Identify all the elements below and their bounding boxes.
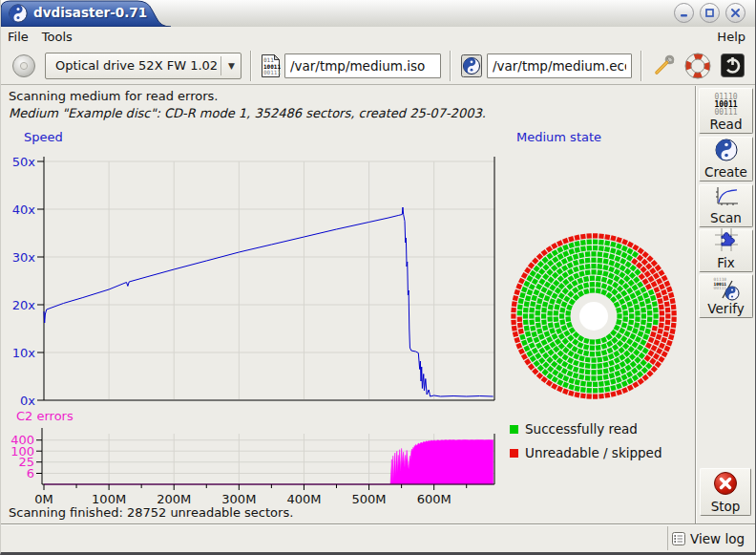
preferences-wrench-icon[interactable] bbox=[651, 53, 676, 78]
log-list-icon bbox=[671, 531, 686, 546]
legend-swatch-unreadable bbox=[510, 449, 518, 458]
svg-text:400M: 400M bbox=[286, 492, 321, 506]
status-line-primary: Scanning medium for read errors. bbox=[9, 89, 218, 103]
legend-item-read: Successfully read bbox=[510, 421, 638, 437]
menubar: File Tools Help bbox=[1, 27, 755, 47]
statusbar: View log bbox=[1, 523, 755, 553]
close-button[interactable] bbox=[725, 3, 746, 23]
toolbar-separator bbox=[640, 51, 642, 81]
window-title: dvdisaster-0.71 bbox=[33, 0, 147, 26]
viewlog-area: View log bbox=[667, 526, 752, 550]
create-button[interactable]: Create bbox=[699, 137, 753, 181]
svg-text:6: 6 bbox=[27, 466, 34, 480]
toolbar: Optical drive 52X FW 1.02 ▼ 011 10011 00… bbox=[1, 47, 755, 85]
create-button-label: Create bbox=[704, 164, 747, 180]
fix-puzzle-icon bbox=[714, 227, 739, 255]
iso-file-icon: 011 10011 00111 bbox=[261, 53, 281, 78]
charts-canvas: 0x10x20x30x40x50x4001002560M100M200M300M… bbox=[1, 124, 695, 523]
svg-text:00111: 00111 bbox=[263, 69, 281, 75]
create-yinyang-icon bbox=[715, 139, 738, 164]
svg-text:300M: 300M bbox=[221, 492, 256, 506]
app-window: dvdisaster-0.71 File Tools Help bbox=[0, 0, 756, 555]
titlebar[interactable]: dvdisaster-0.71 bbox=[1, 0, 755, 28]
iso-path-input[interactable] bbox=[284, 53, 441, 78]
status-line-medium-info: Medium "Example disc": CD-R mode 1, 3524… bbox=[9, 106, 486, 120]
legend-label-read: Successfully read bbox=[525, 421, 638, 437]
svg-text:100M: 100M bbox=[92, 492, 126, 506]
scan-button[interactable]: Scan bbox=[699, 184, 753, 227]
legend-swatch-read bbox=[510, 425, 518, 434]
app-logo-icon bbox=[9, 4, 28, 23]
svg-text:10x: 10x bbox=[12, 346, 36, 360]
stop-icon bbox=[713, 471, 738, 499]
svg-text:20x: 20x bbox=[12, 298, 36, 312]
quit-power-icon[interactable] bbox=[720, 53, 746, 78]
svg-text:600M: 600M bbox=[417, 492, 452, 506]
help-lifebuoy-icon[interactable] bbox=[684, 53, 711, 79]
scan-chart-icon bbox=[714, 186, 739, 210]
fix-button-label: Fix bbox=[717, 255, 735, 270]
verify-icon: 01110 10011 00111 bbox=[712, 278, 741, 301]
ecc-path-input[interactable] bbox=[487, 53, 632, 78]
toolbar-separator bbox=[450, 51, 452, 81]
drive-select-value: Optical drive 52X FW 1.02 bbox=[55, 58, 218, 73]
chevron-down-icon: ▼ bbox=[228, 61, 235, 71]
fix-button[interactable]: Fix bbox=[699, 229, 753, 272]
toolbar-separator bbox=[250, 51, 252, 81]
menu-tools[interactable]: Tools bbox=[35, 29, 79, 45]
menu-help[interactable]: Help bbox=[710, 29, 755, 45]
legend-label-unreadable: Unreadable / skipped bbox=[525, 445, 662, 460]
read-button[interactable]: 01110 10011 00111 Read bbox=[699, 88, 753, 134]
verify-button[interactable]: 01110 10011 00111 Verify bbox=[699, 274, 753, 318]
maximize-button[interactable] bbox=[700, 3, 720, 23]
svg-text:500M: 500M bbox=[352, 492, 387, 506]
ecc-file-icon bbox=[460, 53, 483, 78]
optical-drive-icon[interactable] bbox=[10, 53, 37, 79]
menu-file[interactable]: File bbox=[1, 29, 35, 45]
svg-text:0x: 0x bbox=[20, 394, 35, 408]
action-sidebar: 01110 10011 00111 Read Create bbox=[695, 86, 756, 523]
read-binary-icon: 01110 10011 00111 bbox=[714, 94, 737, 117]
scan-result-text: Scanning finished: 28752 unreadable sect… bbox=[9, 505, 293, 520]
view-log-label: View log bbox=[690, 531, 745, 546]
svg-text:30x: 30x bbox=[12, 250, 36, 265]
verify-button-label: Verify bbox=[707, 301, 744, 316]
svg-text:50x: 50x bbox=[12, 155, 36, 169]
legend-item-unreadable: Unreadable / skipped bbox=[510, 445, 662, 460]
scan-button-label: Scan bbox=[710, 210, 742, 225]
minimize-button[interactable] bbox=[674, 3, 694, 23]
view-log-button[interactable]: View log bbox=[671, 531, 745, 546]
read-button-label: Read bbox=[710, 117, 743, 132]
svg-text:0M: 0M bbox=[34, 492, 53, 506]
svg-text:200M: 200M bbox=[157, 492, 191, 506]
stop-button-label: Stop bbox=[711, 499, 741, 514]
drive-select[interactable]: Optical drive 52X FW 1.02 ▼ bbox=[45, 53, 242, 79]
svg-text:40x: 40x bbox=[12, 203, 36, 217]
combo-divider bbox=[220, 56, 221, 75]
stop-button[interactable]: Stop bbox=[700, 468, 751, 516]
